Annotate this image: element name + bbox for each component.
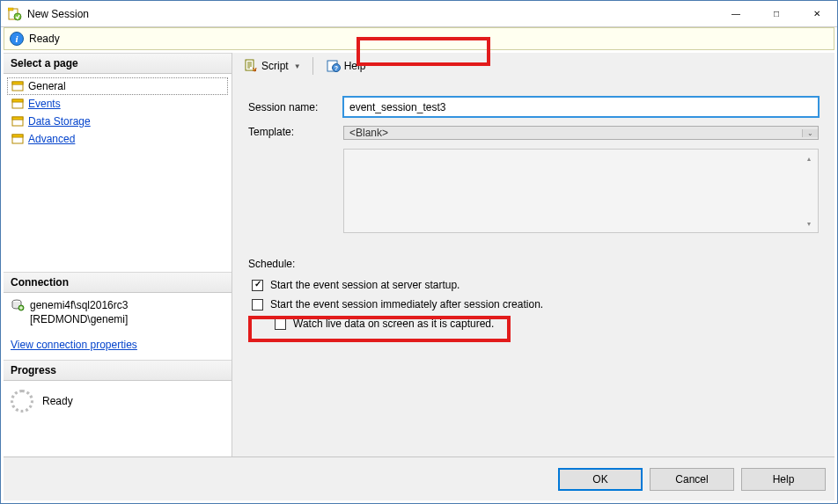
template-value: <Blank> (344, 127, 802, 139)
schedule-label: Schedule: (248, 258, 819, 270)
schedule-option-startup[interactable]: Start the event session at server startu… (248, 275, 819, 295)
svg-rect-13 (246, 60, 254, 70)
server-icon (11, 298, 25, 312)
right-panel: Script ▼ ? Help Session name: Template: (232, 53, 834, 457)
page-icon (11, 114, 25, 128)
template-row: Template: <Blank> ⌄ (248, 126, 819, 140)
view-connection-properties-link[interactable]: View connection properties (11, 339, 137, 351)
help-icon: ? (327, 59, 341, 73)
chevron-down-icon[interactable]: ⌄ (802, 129, 818, 137)
title-bar: New Session — □ ✕ (1, 1, 837, 27)
left-panel: Select a page General Events Data Storag… (4, 53, 232, 457)
chevron-down-icon[interactable]: ▼ (292, 62, 299, 70)
status-strip: i Ready (4, 27, 834, 50)
page-item-label: General (28, 80, 66, 92)
page-item-events[interactable]: Events (7, 95, 228, 113)
help-button[interactable]: ? Help (320, 56, 372, 76)
session-name-label: Session name: (248, 101, 343, 113)
progress-text: Ready (42, 395, 73, 407)
script-label: Script (261, 60, 289, 72)
cancel-button[interactable]: Cancel (650, 468, 734, 491)
close-button[interactable]: ✕ (797, 1, 837, 27)
session-name-input[interactable] (343, 97, 819, 117)
new-session-dialog: New Session — □ ✕ i Ready Select a page … (0, 0, 838, 504)
status-text: Ready (29, 33, 60, 45)
svg-rect-8 (12, 117, 23, 120)
connection-header: Connection (4, 272, 232, 293)
page-icon (11, 132, 25, 146)
info-icon: i (10, 32, 24, 46)
svg-rect-10 (12, 135, 23, 137)
progress-header: Progress (4, 360, 232, 381)
progress-box: Ready (4, 381, 232, 421)
dialog-footer: OK Cancel Help (4, 457, 834, 500)
checkbox-icon[interactable] (275, 318, 286, 330)
script-icon (244, 59, 258, 73)
view-connection-properties-row: View connection properties (4, 335, 232, 360)
page-item-advanced[interactable]: Advanced (7, 130, 228, 148)
scroll-down-icon[interactable]: ▾ (802, 216, 816, 230)
connection-info: genemi4f\sql2016rc3 [REDMOND\genemi] (4, 293, 232, 335)
script-button[interactable]: Script ▼ (238, 56, 305, 76)
page-item-label[interactable]: Data Storage (28, 115, 91, 128)
svg-rect-1 (8, 8, 13, 11)
svg-rect-6 (12, 99, 23, 102)
page-icon (11, 79, 25, 93)
scroll-up-icon[interactable]: ▴ (802, 151, 816, 165)
schedule-option-label: Start the event session at server startu… (270, 279, 459, 291)
page-item-general[interactable]: General (7, 77, 228, 95)
schedule-option-label: Watch live data on screen as it is captu… (293, 318, 494, 330)
session-name-row: Session name: (248, 97, 819, 117)
select-page-header: Select a page (4, 53, 232, 74)
schedule-option-label: Start the event session immediately afte… (270, 298, 543, 310)
svg-text:?: ? (334, 65, 338, 71)
page-icon (11, 97, 25, 111)
help-label: Help (344, 60, 366, 72)
template-label: Template: (248, 126, 343, 138)
connection-text: genemi4f\sql2016rc3 [REDMOND\genemi] (30, 298, 128, 326)
page-list: General Events Data Storage Advanced (4, 74, 232, 155)
toolbar-separator (312, 57, 313, 75)
svg-rect-4 (12, 82, 23, 84)
help-button[interactable]: Help (741, 468, 826, 491)
window-title: New Session (27, 8, 716, 20)
page-item-data-storage[interactable]: Data Storage (7, 113, 228, 130)
form-area: Session name: Template: <Blank> ⌄ ▴ ▾ (232, 79, 834, 457)
checkbox-icon[interactable] (252, 280, 263, 291)
template-description-box: ▴ ▾ (343, 149, 819, 233)
app-icon (8, 7, 22, 21)
ok-button[interactable]: OK (558, 468, 643, 491)
minimize-button[interactable]: — (716, 1, 756, 27)
toolbar: Script ▼ ? Help (232, 53, 834, 79)
checkbox-icon[interactable] (252, 299, 263, 310)
progress-spinner-icon (11, 390, 33, 413)
page-item-label[interactable]: Events (28, 98, 61, 110)
page-item-label[interactable]: Advanced (28, 133, 75, 145)
template-combobox[interactable]: <Blank> ⌄ (343, 126, 819, 140)
schedule-option-immediate[interactable]: Start the event session immediately afte… (248, 295, 819, 314)
window-controls: — □ ✕ (716, 1, 837, 27)
dialog-body: Select a page General Events Data Storag… (4, 53, 834, 457)
maximize-button[interactable]: □ (756, 1, 797, 27)
schedule-option-watch-live[interactable]: Watch live data on screen as it is captu… (248, 314, 819, 333)
